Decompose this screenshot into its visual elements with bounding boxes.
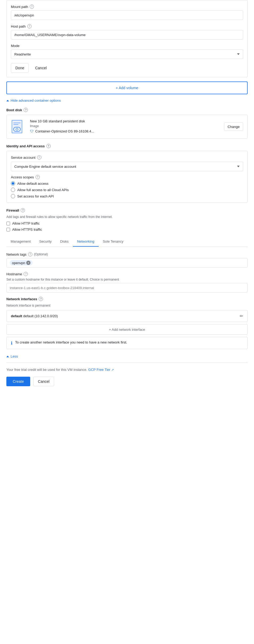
tab-security[interactable]: Security [35,237,56,247]
disk-title: New 10 GB standard persistent disk [30,119,220,123]
firewall-help-icon[interactable]: ? [21,208,25,212]
service-account-label: Service account ? [11,155,243,160]
https-traffic-checkbox[interactable]: Allow HTTPS traffic [6,227,248,231]
host-path-help-icon[interactable]: ? [27,24,32,28]
network-interfaces-section: Network interfaces ? Network interface i… [6,297,248,349]
network-interface-text: default default (10.142.0.0/20) [11,314,58,318]
network-interface-info-box: ℹ To create another network interface yo… [6,337,248,349]
scope-default-radio[interactable]: Allow default access [11,181,243,186]
add-network-interface-button: + Add network interface [6,324,248,335]
firewall-description: Add tags and firewall rules to allow spe… [6,215,248,219]
footer-cancel-button[interactable]: Cancel [33,377,54,386]
access-scopes-label: Access scopes ? [11,175,243,179]
disk-icon [11,119,26,134]
access-scopes-radio-group: Allow default access Allow full access t… [11,181,243,198]
mount-path-input[interactable] [11,10,243,20]
http-traffic-checkbox[interactable]: Allow HTTP traffic [6,221,248,225]
network-tags-label: Network tags ? (Optional) [6,252,248,256]
network-tags-optional: (Optional) [34,252,48,256]
tab-sole-tenancy[interactable]: Sole Tenancy [99,237,128,247]
mode-label: Mode [11,44,243,48]
hostname-section: Hostname ? Set a custom hostname for thi… [6,272,248,293]
hide-advanced-toggle[interactable]: Hide advanced container options [6,98,248,102]
disk-image-label: Image [30,124,220,128]
mode-select[interactable]: Read/write Read only [11,49,243,59]
hostname-input[interactable] [6,283,248,293]
tab-management[interactable]: Management [6,237,35,247]
network-tags-help-icon[interactable]: ? [28,252,32,256]
volume-card-buttons: Done Cancel [11,63,243,73]
info-icon: ℹ [11,341,12,346]
tag-chip-container[interactable]: openvpn ✕ [6,258,248,268]
hostname-label: Hostname ? [6,272,248,276]
boot-disk-card: New 10 GB standard persistent disk Image… [6,115,248,139]
host-path-input[interactable] [11,30,243,40]
identity-help-icon[interactable]: ? [46,144,51,148]
identity-card: Service account ? Compute Engine default… [6,151,248,203]
firewall-section-title: Firewall ? [6,208,248,212]
disk-image-row: 🛡 Container-Optimized OS 89-16108.4... [30,129,220,133]
scope-full-radio[interactable]: Allow full access to all Cloud APIs [11,188,243,192]
volume-card: Mount path ? Host path ? Mode Read/write… [6,0,248,77]
boot-disk-help-icon[interactable]: ? [24,108,28,112]
info-box-text: To create another network interface you … [15,340,127,344]
network-interfaces-description: Network interface is permanent [6,304,248,307]
external-link-icon: ↗ [111,368,114,372]
openvpn-tag-chip: openvpn ✕ [10,260,33,265]
disk-image-value: Container-Optimized OS 89-16108.4... [35,129,94,133]
edit-network-interface-icon[interactable]: ✏ [240,314,243,319]
scope-each-radio[interactable]: Set access for each API [11,194,243,198]
network-interfaces-help-icon[interactable]: ? [39,297,43,301]
service-account-help-icon[interactable]: ? [37,155,41,160]
create-button[interactable]: Create [6,377,30,386]
hostname-description: Set a custom hostname for this instance … [6,278,248,281]
footer-divider [6,363,248,363]
tab-disks[interactable]: Disks [56,237,73,247]
shield-icon: 🛡 [30,129,34,133]
boot-disk-section-title: Boot disk ? [6,108,248,112]
network-tags-section: Network tags ? (Optional) openvpn ✕ [6,252,248,268]
tab-networking[interactable]: Networking [73,237,99,247]
access-scopes-help-icon[interactable]: ? [36,175,40,179]
svg-rect-0 [12,120,22,133]
firewall-section: Firewall ? Add tags and firewall rules t… [6,208,248,231]
less-toggle[interactable]: Less [6,354,248,358]
change-disk-button[interactable]: Change [224,122,243,131]
mode-field: Mode Read/write Read only [11,44,243,59]
gcp-free-tier-link[interactable]: GCP Free Tier ↗ [88,368,114,372]
hostname-help-icon[interactable]: ? [24,272,28,276]
mount-path-field: Mount path ? [11,5,243,20]
mount-path-label: Mount path ? [11,5,243,9]
chevron-up-icon [6,100,9,101]
identity-section: Identity and API access ? Service accoun… [6,144,248,203]
host-path-label: Host path ? [11,24,243,28]
add-volume-button[interactable]: + Add volume [6,81,248,94]
disk-info: New 10 GB standard persistent disk Image… [30,119,220,133]
mount-path-help-icon[interactable]: ? [30,5,34,9]
footer-buttons: Create Cancel [6,377,248,386]
network-interfaces-title: Network interfaces ? [6,297,248,301]
remove-openvpn-tag[interactable]: ✕ [26,261,30,265]
tabs-row: Management Security Disks Networking Sol… [6,237,248,247]
footer-trial-text: Your free trial credit will be used for … [6,367,248,372]
host-path-field: Host path ? [11,24,243,40]
network-interface-item: default default (10.142.0.0/20) ✏ [6,310,248,322]
service-account-select[interactable]: Compute Engine default service account [11,162,243,171]
chevron-up-less-icon [6,356,9,357]
done-button[interactable]: Done [11,63,29,73]
firewall-checkboxes: Allow HTTP traffic Allow HTTPS traffic [6,221,248,231]
cancel-button[interactable]: Cancel [31,63,51,73]
identity-section-title: Identity and API access ? [6,144,248,148]
